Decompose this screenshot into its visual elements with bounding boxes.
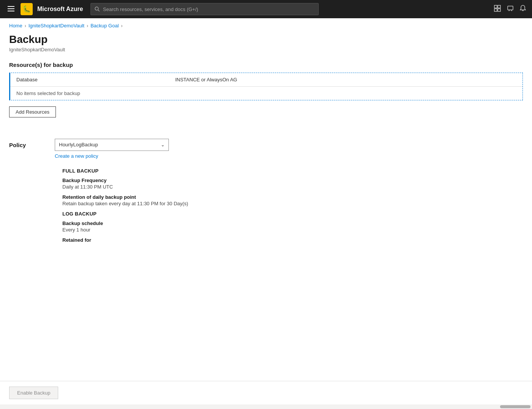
portal-icon[interactable] [494,5,501,14]
resources-section-title: Resource(s) for backup [9,62,523,68]
policy-dropdown[interactable]: HourlyLogBackup ⌄ [55,139,169,151]
hamburger-menu-icon[interactable] [6,4,16,15]
resources-table-container: Database INSTANCE or AlwaysOn AG No item… [9,73,523,100]
schedule-value: Every 1 hour [62,227,523,233]
page-subtitle: IgniteShopkartDemoVault [9,47,523,52]
svg-point-3 [95,7,98,10]
breadcrumb-home[interactable]: Home [9,23,22,29]
create-policy-link[interactable]: Create a new policy [55,153,169,159]
svg-rect-0 [8,6,14,7]
breadcrumb-sep-1: › [25,23,26,29]
page-header: Backup IgniteShopkartDemoVault [0,32,532,59]
breadcrumb-sep-3: › [121,23,122,29]
svg-rect-5 [494,5,497,8]
col-instance-header: INSTANCE or AlwaysOn AG [169,73,522,87]
breadcrumb-goal[interactable]: Backup Goal [91,23,119,29]
top-navigation: 🐛 Microsoft Azure [0,0,532,18]
no-items-message: No items selected for backup [10,86,522,100]
breadcrumb-sep-2: › [87,23,88,29]
backup-details: FULL BACKUP Backup Frequency Daily at 11… [55,168,523,243]
breadcrumb-vault[interactable]: IgniteShopkartDemoVault [29,23,84,29]
chevron-down-icon: ⌄ [161,142,165,147]
search-bar[interactable] [91,3,319,15]
scrollbar-thumb[interactable] [500,405,530,408]
feedback-icon[interactable] [507,5,514,14]
col-database-header: Database [10,73,169,87]
retention-value: Retain backup taken every day at 11:30 P… [62,201,523,206]
policy-controls: HourlyLogBackup ⌄ Create a new policy [55,139,169,159]
bottom-bar: Enable Backup [0,381,532,404]
svg-rect-2 [8,11,14,11]
svg-rect-8 [498,9,500,11]
svg-rect-1 [8,8,14,9]
main-container: Home › IgniteShopkartDemoVault › Backup … [0,18,532,409]
add-resources-button[interactable]: Add Resources [9,106,56,117]
breadcrumb: Home › IgniteShopkartDemoVault › Backup … [0,18,532,32]
notification-icon[interactable] [520,5,526,14]
page-title: Backup [9,33,523,46]
retained-for-label: Retained for [62,237,523,243]
horizontal-scrollbar[interactable] [0,404,532,409]
resources-table: Database INSTANCE or AlwaysOn AG No item… [10,73,522,100]
log-backup-header: LOG BACKUP [62,211,523,217]
backup-frequency-label: Backup Frequency [62,178,523,183]
policy-label: Policy [9,139,40,148]
policy-selected-value: HourlyLogBackup [59,142,98,147]
schedule-field: Backup schedule Every 1 hour [62,220,523,233]
retention-field: Retention of daily backup point Retain b… [62,194,523,206]
svg-rect-7 [494,9,497,11]
retention-label: Retention of daily backup point [62,194,523,200]
topnav-actions [494,5,526,14]
svg-rect-9 [508,6,513,10]
search-input[interactable] [103,6,315,12]
azure-icon: 🐛 [21,3,33,15]
svg-line-4 [98,10,100,11]
backup-frequency-value: Daily at 11:30 PM UTC [62,184,523,190]
enable-backup-button[interactable]: Enable Backup [9,387,58,399]
content-area: Resource(s) for backup Database INSTANCE… [0,59,532,381]
app-title: Microsoft Azure [37,6,83,13]
retained-for-field: Retained for [62,237,523,243]
backup-frequency-field: Backup Frequency Daily at 11:30 PM UTC [62,178,523,190]
policy-section: Policy HourlyLogBackup ⌄ Create a new po… [9,139,523,159]
full-backup-header: FULL BACKUP [62,168,523,174]
schedule-label: Backup schedule [62,220,523,226]
table-row-empty: No items selected for backup [10,86,522,100]
svg-rect-6 [498,5,500,8]
